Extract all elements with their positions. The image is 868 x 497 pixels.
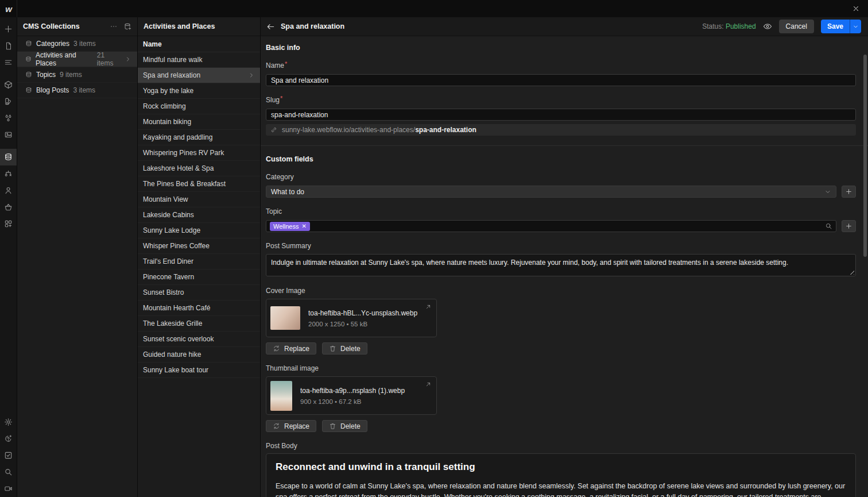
components-button[interactable] [0, 76, 17, 93]
open-image-button[interactable] [425, 303, 432, 310]
name-input[interactable] [266, 74, 856, 86]
webflow-logo-glyph: w [5, 4, 11, 14]
cancel-button[interactable]: Cancel [779, 20, 814, 33]
users-button[interactable] [0, 182, 17, 199]
logic-button[interactable] [0, 165, 17, 182]
list-item-selected[interactable]: Spa and relaxation [138, 68, 260, 83]
list-item[interactable]: Mountain Hearth Café [138, 300, 260, 316]
list-item[interactable]: Mindful nature walk [138, 52, 260, 68]
add-category-button[interactable] [842, 186, 856, 198]
collection-count: 3 items [73, 40, 96, 48]
trash-icon [329, 422, 336, 430]
apps-button[interactable] [0, 215, 17, 232]
list-item[interactable]: The Lakeside Grille [138, 316, 260, 332]
save-dropdown-button[interactable] [850, 20, 861, 33]
collection-label: Categories [36, 40, 69, 48]
list-item[interactable]: Whisper Pines Coffee [138, 238, 260, 254]
create-collection-button[interactable] [123, 22, 131, 30]
remove-tag-icon[interactable]: ✕ [301, 223, 306, 229]
item-label: Sunny Lake Lodge [143, 226, 200, 234]
list-item[interactable]: Lakeside Cabins [138, 207, 260, 223]
open-image-button[interactable] [425, 381, 432, 388]
add-element-button[interactable] [0, 21, 17, 37]
list-item[interactable]: Sunset scenic overlook [138, 332, 260, 347]
url-text: sunny-lake.webflow.io/activities-and-pla… [282, 126, 476, 134]
cms-button[interactable] [0, 149, 17, 165]
slug-input[interactable] [266, 109, 856, 121]
category-select[interactable]: What to do [266, 186, 836, 198]
users-icon [4, 186, 13, 195]
collections-more-button[interactable] [110, 22, 118, 30]
variables-icon [4, 114, 13, 122]
thumbnail-delete-button[interactable]: Delete [322, 420, 367, 432]
item-label: Guided nature hike [143, 350, 201, 359]
ecommerce-button[interactable] [0, 199, 17, 215]
slug-field-label: Slug* [266, 96, 282, 104]
cover-replace-button[interactable]: Replace [266, 342, 316, 355]
video-tutorials-button[interactable] [0, 480, 17, 497]
replace-icon [273, 422, 280, 430]
help-button[interactable] [0, 430, 17, 447]
list-item[interactable]: Rock climbing [138, 99, 260, 114]
search-icon [4, 468, 13, 476]
category-selected-value: What to do [271, 188, 304, 196]
add-topic-button[interactable] [842, 220, 856, 232]
settings-button[interactable] [0, 414, 17, 430]
cover-image-card[interactable]: toa-heftiba-hBL...Yc-unsplash.webp 2000 … [266, 299, 437, 337]
editor-title: Spa and relaxation [281, 22, 344, 30]
category-field-label: Category [266, 173, 294, 181]
checkbox-icon [4, 451, 13, 460]
list-item[interactable]: Kayaking and paddling [138, 130, 260, 145]
save-split-button: Save [821, 20, 861, 33]
list-item[interactable]: Yoga by the lake [138, 83, 260, 99]
post-summary-textarea[interactable]: Indulge in ultimate relaxation at Sunny … [266, 254, 856, 276]
collection-label: Activities and Places [36, 51, 93, 67]
save-button[interactable]: Save [821, 20, 850, 33]
search-button[interactable] [0, 464, 17, 480]
thumbnail-image-filename: toa-heftiba-a9p...nsplash (1).webp [300, 387, 405, 395]
navigator-button[interactable] [0, 54, 17, 71]
post-body-label: Post Body [266, 442, 297, 450]
collection-item-activities-and-places[interactable]: Activities and Places 21 items [17, 52, 137, 67]
list-item[interactable]: Mountain biking [138, 114, 260, 130]
post-body-paragraph: Escape to a world of calm at Sunny Lake'… [276, 481, 846, 497]
audit-button[interactable] [0, 447, 17, 464]
eye-icon [763, 22, 772, 31]
list-item[interactable]: Sunny Lake Lodge [138, 223, 260, 238]
scrollbar[interactable] [863, 37, 867, 497]
close-button[interactable] [850, 2, 862, 15]
thumbnail-replace-button[interactable]: Replace [266, 420, 316, 432]
list-item[interactable]: The Pines Bed & Breakfast [138, 176, 260, 192]
list-item[interactable]: Lakeshore Hotel & Spa [138, 161, 260, 176]
thumbnail-image-card[interactable]: toa-heftiba-a9p...nsplash (1).webp 900 x… [266, 376, 437, 415]
styles-button[interactable] [0, 93, 17, 110]
collection-item-topics[interactable]: Topics 9 items [17, 67, 137, 83]
list-item[interactable]: Pinecone Tavern [138, 269, 260, 285]
variables-button[interactable] [0, 110, 17, 126]
item-label: Kayaking and paddling [143, 133, 212, 141]
list-item[interactable]: Trail's End Diner [138, 254, 260, 269]
topic-input[interactable]: Wellness ✕ [266, 220, 836, 232]
chevron-right-icon [125, 56, 131, 63]
resize-handle[interactable] [850, 270, 854, 275]
item-label: Mountain biking [143, 118, 191, 126]
webflow-logo[interactable]: w [0, 0, 17, 17]
cover-delete-button[interactable]: Delete [322, 342, 367, 355]
search-icon [825, 222, 832, 230]
scrollbar-thumb[interactable] [863, 55, 867, 257]
list-item[interactable]: Mountain View [138, 192, 260, 207]
list-item[interactable]: Guided nature hike [138, 347, 260, 363]
cms-collections-panel: CMS Collections Categories 3 items Activ… [17, 17, 138, 497]
pages-button[interactable] [0, 37, 17, 54]
collection-item-blog-posts[interactable]: Blog Posts 3 items [17, 83, 137, 98]
back-button[interactable] [266, 22, 275, 31]
collection-item-categories[interactable]: Categories 3 items [17, 36, 137, 52]
post-body-editor[interactable]: Reconnect and unwind in a tranquil setti… [266, 453, 856, 497]
list-item[interactable]: Whispering Pines RV Park [138, 145, 260, 161]
preview-button[interactable] [763, 22, 772, 31]
list-item[interactable]: Sunset Bistro [138, 285, 260, 300]
trash-icon [329, 345, 336, 352]
assets-button[interactable] [0, 126, 17, 143]
item-label: Trail's End Diner [143, 257, 193, 265]
list-item[interactable]: Sunny Lake boat tour [138, 363, 260, 378]
